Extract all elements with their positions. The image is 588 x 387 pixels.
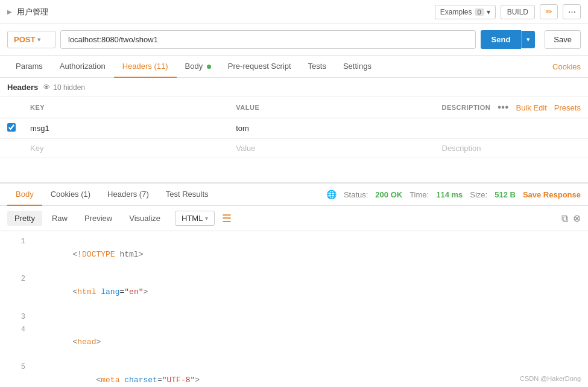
status-value: 200 OK [375, 190, 402, 199]
send-button[interactable]: Send [481, 30, 522, 49]
response-meta: 🌐 Status: 200 OK Time: 114 ms Size: 512 … [326, 190, 581, 199]
send-arrow-icon: ▾ [526, 36, 530, 43]
size-label: Size: [470, 190, 487, 199]
key-cell[interactable]: msg1 [23, 118, 229, 139]
line-number: 1 [7, 236, 25, 248]
code-line-1: 1 <!DOCTYPE html> [0, 236, 588, 273]
placeholder-value-cell[interactable]: Value [229, 139, 434, 158]
method-arrow-icon: ▾ [37, 36, 40, 43]
request-tabs: Params Authorization Headers (11) Body P… [0, 56, 588, 78]
expand-arrow-icon[interactable]: ▶ [7, 8, 12, 15]
time-value: 114 ms [436, 190, 463, 199]
headers-table: KEY VALUE DESCRIPTION ••• Bulk Edit Pres… [0, 97, 588, 158]
tab-pre-request[interactable]: Pre-request Script [220, 56, 300, 78]
pencil-icon: ✏ [546, 7, 552, 16]
url-bar: POST ▾ Send ▾ Save [0, 24, 588, 56]
more-icon: ⋯ [568, 7, 576, 16]
tab-body[interactable]: Body [177, 56, 220, 78]
eye-icon: 👁 [43, 83, 51, 92]
save-response-link[interactable]: Save Response [523, 190, 581, 199]
line-number: 2 [7, 273, 25, 285]
row-checkbox-cell [0, 118, 23, 139]
search-icon[interactable]: ⊗ [573, 213, 581, 224]
method-select[interactable]: POST ▾ [7, 31, 55, 48]
body-view-tab-visualize[interactable]: Visualize [122, 211, 168, 226]
line-number: 3 [7, 312, 25, 323]
cookies-link[interactable]: Cookies [552, 62, 581, 71]
examples-badge: 0 [475, 8, 484, 16]
placeholder-value: Value [236, 144, 255, 153]
body-view-tab-preview[interactable]: Preview [77, 211, 119, 226]
key-column-header: KEY [23, 97, 229, 118]
format-select[interactable]: HTML ▾ [175, 211, 215, 226]
body-view-tab-pretty[interactable]: Pretty [7, 211, 42, 226]
value-column-header: VALUE [229, 97, 434, 118]
checkbox-header [0, 97, 23, 118]
line-number: 5 [7, 362, 25, 373]
description-cell[interactable] [435, 118, 589, 139]
body-view-tabs: Pretty Raw Preview Visualize HTML ▾ ☰ ⧉ … [0, 206, 588, 231]
code-content: <html lang="en"> [35, 273, 581, 311]
size-value: 512 B [495, 190, 516, 199]
hidden-count-badge: 👁 10 hidden [43, 83, 85, 92]
placeholder-desc-cell[interactable]: Description [435, 139, 589, 158]
presets-link[interactable]: Presets [554, 103, 581, 112]
table-header-row: KEY VALUE DESCRIPTION ••• Bulk Edit Pres… [0, 97, 588, 118]
placeholder-key: Key [30, 144, 43, 153]
status-label: Status: [344, 190, 368, 199]
top-bar-left: ▶ 用户管理 [7, 7, 48, 18]
hidden-count-text: 10 hidden [53, 83, 85, 92]
resp-tab-headers[interactable]: Headers (7) [99, 184, 157, 206]
bulk-edit-link[interactable]: Bulk Edit [516, 103, 547, 112]
body-dot-indicator [207, 65, 211, 69]
tab-tests[interactable]: Tests [300, 56, 335, 78]
globe-icon[interactable]: 🌐 [326, 190, 337, 199]
watermark: CSDN @HakerDong [520, 375, 581, 382]
more-options-button[interactable]: ⋯ [563, 4, 581, 19]
chevron-down-icon: ▾ [487, 8, 490, 16]
url-input[interactable] [60, 30, 476, 49]
code-content [35, 312, 581, 324]
format-lines-icon[interactable]: ☰ [222, 212, 232, 225]
code-content: <!DOCTYPE html> [35, 236, 581, 273]
code-line-5: 5 <meta charset="UTF-8"> [0, 362, 588, 387]
format-arrow-icon: ▾ [205, 215, 208, 222]
edit-icon-button[interactable]: ✏ [540, 4, 558, 19]
code-content: <head> [35, 324, 581, 362]
table-placeholder-row: Key Value Description [0, 139, 588, 158]
save-button[interactable]: Save [545, 30, 581, 49]
resp-tab-body[interactable]: Body [7, 184, 42, 206]
code-line-3: 3 [0, 312, 588, 324]
column-options-icon[interactable]: ••• [498, 102, 508, 113]
copy-icon[interactable]: ⧉ [561, 213, 568, 224]
body-view-tab-raw[interactable]: Raw [45, 211, 75, 226]
placeholder-checkbox-cell [0, 139, 23, 158]
tab-settings[interactable]: Settings [335, 56, 380, 78]
examples-button[interactable]: Examples 0 ▾ [435, 5, 496, 19]
value-cell[interactable]: tom [229, 118, 434, 139]
tab-authorization[interactable]: Authorization [51, 56, 114, 78]
examples-label: Examples [440, 8, 472, 16]
response-tabs: Body Cookies (1) Headers (7) Test Result… [0, 184, 588, 206]
collection-name: 用户管理 [17, 7, 48, 18]
row-checkbox[interactable] [7, 123, 16, 132]
tab-headers[interactable]: Headers (11) [114, 56, 177, 78]
resp-tab-test-results[interactable]: Test Results [157, 184, 217, 206]
method-label: POST [14, 35, 35, 44]
resp-tab-cookies[interactable]: Cookies (1) [42, 184, 99, 206]
table-row: msg1 tom [0, 118, 588, 139]
code-line-2: 2 <html lang="en"> [0, 273, 588, 311]
line-number: 4 [7, 324, 25, 336]
format-label: HTML [182, 214, 203, 223]
top-bar: ▶ 用户管理 Examples 0 ▾ BUILD ✏ ⋯ [0, 0, 588, 24]
body-view-right-actions: ⧉ ⊗ [561, 213, 581, 224]
placeholder-description: Description [442, 144, 481, 153]
tab-params[interactable]: Params [7, 56, 51, 78]
time-label: Time: [409, 190, 429, 199]
response-section: Body Cookies (1) Headers (7) Test Result… [0, 182, 588, 387]
build-button[interactable]: BUILD [501, 5, 535, 19]
placeholder-key-cell[interactable]: Key [23, 139, 229, 158]
headers-label: Headers [7, 83, 38, 92]
headers-section-label: Headers 👁 10 hidden [0, 78, 588, 97]
send-dropdown-button[interactable]: ▾ [521, 31, 535, 48]
